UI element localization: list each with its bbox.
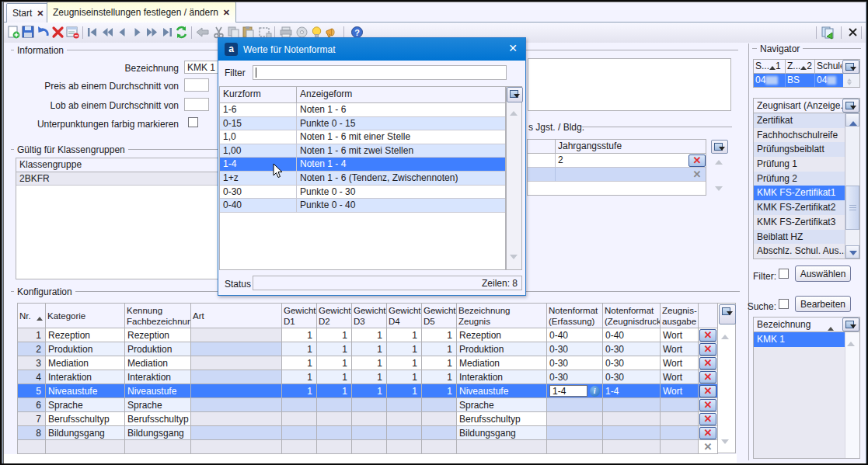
tab-start-close-icon[interactable]: ✕ [37,9,44,19]
konfig-row[interactable]: 5 Niveaustufe Niveaustufe 1 1 1 1 1 Nive… [18,384,718,398]
konfig-col-d5[interactable]: GewichtD5 [422,304,457,328]
tab-zeugniseinstellungen[interactable]: Zeugniseinstellungen festlegen / ändern … [47,2,236,23]
dialog-col-anzeigeform[interactable]: Anzeigeform [297,87,505,102]
info-notes-box[interactable] [528,58,731,111]
navigator-row[interactable]: 04 BS 04 [754,74,859,87]
unterpunkt-checkbox[interactable] [188,117,198,127]
navigator-col-s[interactable]: S...1 [754,60,786,73]
dialog-titlebar[interactable]: a Werte für Notenformat ✕ [218,38,525,61]
konfig-col-bezeichnung-zeugnis[interactable]: BezeichnungZeugnis [457,304,547,328]
konfig-row[interactable]: 3 Mediation Mediation 1 1 1 1 1 Mediatio… [18,356,718,370]
jgst-row-delete-button[interactable]: ✕ [688,154,706,167]
zeugnisart-item[interactable]: Prüfungsbeiblatt [754,142,845,157]
nav-first-icon[interactable] [85,25,100,40]
dialog-col-kurzform[interactable]: Kurzform [220,87,297,102]
konfig-col-d4[interactable]: GewichtD4 [387,304,422,328]
nav-next-icon[interactable] [130,25,145,40]
zeugnisart-item[interactable]: Beiblatt HZ [754,230,845,245]
navigator-col-z[interactable]: Z...2 [786,60,815,73]
nav-last-icon[interactable] [159,25,174,40]
konfig-row[interactable]: ✕ [18,440,718,454]
navigator-col-schule[interactable]: Schule [815,60,842,73]
jgst-row[interactable]: 2 [528,154,706,168]
switch-window-icon[interactable] [821,25,835,40]
konfig-row[interactable]: 7 Berufsschultyp Berufsschultyp Berufssc… [18,412,718,426]
dialog-row[interactable]: 1+z Noten 1 - 6 (Tendenz, Zwischennoten) [220,172,505,186]
jgst-col-jahrgangsstufe[interactable]: Jahrgangsstufe [556,140,706,153]
dialog-close-icon[interactable]: ✕ [508,42,518,54]
row-delete-button[interactable]: ✕ [699,426,718,440]
row-delete-button[interactable]: ✕ [699,440,718,454]
konfig-col-zeugnisausgabe[interactable]: Zeugnis-ausgabe [661,304,699,328]
zeugnisart-item[interactable]: Prüfung 2 [754,172,845,186]
bezeichnung-scroll-track[interactable] [845,332,859,458]
sidebar-divider[interactable] [748,43,749,460]
zeugnisart-item[interactable]: Prüfung 1 [754,157,845,172]
nav-prev-icon[interactable] [115,25,130,40]
jgst-grid-button[interactable] [711,140,728,154]
zeugnisart-item[interactable]: KMK FS-Zertifikat2 [754,200,845,215]
row-delete-button[interactable]: ✕ [699,356,718,370]
filter-checkbox[interactable] [779,269,789,279]
save-icon[interactable] [21,25,36,40]
row-delete-button[interactable]: ✕ [699,328,718,342]
delete-icon[interactable] [51,25,65,40]
new-record-icon[interactable] [6,25,21,40]
info-icon[interactable]: i [590,386,601,397]
dialog-row[interactable]: 0-15 Punkte 0 - 15 [220,117,505,131]
konfig-row[interactable]: 8 Bildungsgang Bildungsgang Bildungsgang… [18,426,718,440]
edit-form-icon[interactable] [65,25,80,40]
konfig-col-art[interactable]: Art [191,304,282,328]
notenformat-edit-input[interactable]: 1-4 [549,385,587,397]
lob-input[interactable] [184,98,209,111]
konfig-col-notenformat-zeugnisdruck[interactable]: Notenformat(Zeugnisdruck) [603,304,661,328]
zeugnisart-item[interactable]: KMK FS-Zertifikat3 [754,215,845,230]
row-delete-button[interactable]: ✕ [699,384,718,398]
dialog-scrollbar[interactable] [506,86,522,270]
close-view-icon[interactable] [845,25,860,40]
konfig-row[interactable]: 1 Rezeption Rezeption 1 1 1 1 1 Rezeptio… [18,328,718,342]
back-icon[interactable] [195,25,210,40]
suche-checkbox[interactable] [779,299,789,309]
konfig-col-notenformat-erfassung[interactable]: Notenformat(Erfassung) [547,304,603,328]
nav-prev-fast-icon[interactable] [100,25,115,40]
zeugnisart-scroll-thumb[interactable] [845,186,859,230]
konfig-col-kennung[interactable]: KennungFachbezeichnung [125,304,191,328]
row-delete-button[interactable]: ✕ [699,370,718,384]
preis-input[interactable] [184,78,209,92]
jgst-row[interactable] [528,168,706,182]
tab-start[interactable]: Start ✕ [6,3,51,23]
konfig-row[interactable]: 4 Interaktion Interaktion 1 1 1 1 1 Inte… [18,370,718,384]
bezeichnung-item[interactable]: KMK 1 [754,332,845,347]
dialog-row[interactable]: 1-4 Noten 1 - 4 [220,158,505,172]
refresh-icon[interactable] [174,25,189,40]
dialog-row[interactable]: 1,0 Noten 1 - 6 mit einer Stelle [220,130,505,144]
konfig-col-d1[interactable]: GewichtD1 [282,304,317,328]
konfig-row[interactable]: 2 Produktion Produktion 1 1 1 1 1 Produk… [18,342,718,356]
dialog-row[interactable]: 0-30 Punkte 0 - 30 [220,186,505,200]
bezeichnung-grid-button[interactable] [842,318,859,331]
zeugnisart-scrollbar[interactable] [845,113,859,259]
row-delete-button[interactable]: ✕ [699,342,718,356]
dialog-row[interactable]: 1,00 Noten 1 - 6 mit zwei Stellen [220,144,505,158]
bearbeiten-button[interactable]: Bearbeiten [795,296,851,312]
dialog-row[interactable]: 0-40 Punkte 0 - 40 [220,199,505,213]
dialog-filter-input[interactable] [253,65,507,80]
row-delete-button[interactable]: ✕ [699,398,718,412]
konfig-col-d3[interactable]: GewichtD3 [352,304,387,328]
zeugnisart-grid-button[interactable] [842,99,859,113]
auswaehlen-button[interactable]: Auswählen [795,265,851,282]
row-delete-button[interactable]: ✕ [699,412,718,426]
undo-icon[interactable] [36,25,51,40]
zeugnisart-item[interactable]: Abschlz. Schul. Aus... [754,244,845,259]
konfig-col-nr[interactable]: Nr. [18,304,46,328]
navigator-grid-button[interactable] [842,60,859,74]
zeugnisart-scroll-down-button[interactable] [845,245,859,259]
konfig-row[interactable]: 6 Sprache Sprache Sprache ✕ [18,398,718,412]
zeugnisart-item[interactable]: KMK FS-Zertifikat1 [754,186,845,200]
zeugnisart-item[interactable]: Fachhochschulreife [754,128,845,143]
zeugnisart-scroll-up-button[interactable] [845,113,859,127]
nav-next-fast-icon[interactable] [145,25,159,40]
konfig-col-kategorie[interactable]: Kategorie [46,304,125,328]
dialog-grid-button[interactable] [507,87,523,102]
